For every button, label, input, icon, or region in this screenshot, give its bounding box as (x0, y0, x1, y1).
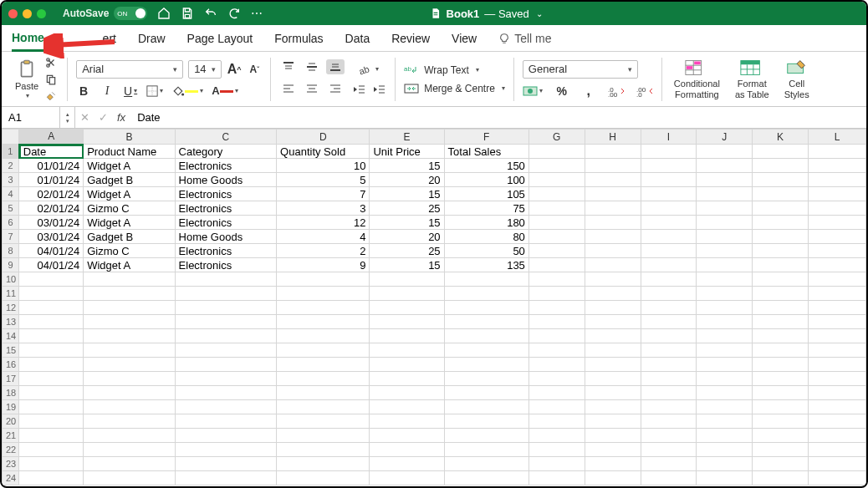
formula-cancel-button[interactable]: ✕ (75, 107, 94, 128)
cell[interactable] (528, 358, 585, 372)
cell[interactable] (84, 343, 175, 358)
cell[interactable]: 01/01/24 (19, 173, 84, 187)
cell[interactable]: 5 (277, 173, 370, 187)
cell[interactable] (528, 244, 585, 258)
cell[interactable] (697, 301, 753, 315)
cell[interactable] (175, 329, 277, 343)
cell[interactable] (809, 272, 866, 287)
cell[interactable] (809, 159, 866, 173)
cell[interactable] (175, 443, 277, 457)
cell[interactable] (697, 159, 753, 173)
cell[interactable] (809, 443, 866, 457)
fx-label[interactable]: fx (112, 111, 130, 124)
cell[interactable] (697, 216, 753, 230)
cell[interactable] (528, 230, 585, 244)
tab-data[interactable]: Data (345, 32, 370, 45)
cell[interactable] (753, 230, 809, 244)
cell[interactable]: 80 (444, 230, 528, 244)
cell[interactable] (697, 272, 753, 287)
decrease-indent-button[interactable] (351, 82, 366, 97)
row-header[interactable]: 21 (3, 429, 19, 443)
cell[interactable]: Widget A (84, 216, 175, 230)
cell[interactable] (697, 471, 753, 485)
cell[interactable]: Widget A (84, 187, 175, 201)
cell[interactable] (641, 315, 697, 329)
row-header[interactable]: 14 (3, 329, 19, 343)
increase-indent-button[interactable] (371, 82, 386, 97)
cell[interactable] (19, 287, 84, 301)
cell[interactable] (528, 187, 585, 201)
cell[interactable] (585, 230, 641, 244)
cell[interactable] (753, 343, 809, 358)
cell[interactable]: Home Goods (175, 173, 277, 187)
cell[interactable] (528, 400, 585, 414)
cell[interactable] (809, 258, 866, 272)
cell[interactable] (175, 287, 277, 301)
cell[interactable] (641, 244, 697, 258)
cell[interactable] (641, 230, 697, 244)
percent-button[interactable]: % (554, 84, 569, 99)
row-header[interactable]: 11 (3, 287, 19, 301)
cell[interactable] (585, 315, 641, 329)
cell[interactable] (641, 386, 697, 400)
cell[interactable] (277, 315, 370, 329)
cell[interactable]: 15 (370, 258, 444, 272)
cell[interactable] (809, 244, 866, 258)
cell[interactable]: Unit Price (370, 145, 444, 159)
cell[interactable] (444, 429, 528, 443)
cell[interactable]: 25 (370, 201, 444, 216)
cell[interactable]: Electronics (175, 187, 277, 201)
cell[interactable] (753, 201, 809, 216)
cell[interactable] (528, 414, 585, 429)
cell[interactable] (753, 372, 809, 386)
cell[interactable] (585, 201, 641, 216)
cell[interactable] (641, 301, 697, 315)
cell[interactable] (444, 343, 528, 358)
cell[interactable] (444, 287, 528, 301)
cell[interactable] (809, 329, 866, 343)
cell[interactable] (641, 159, 697, 173)
cell[interactable]: 10 (277, 159, 370, 173)
cell[interactable]: 12 (277, 216, 370, 230)
column-header[interactable]: B (84, 130, 175, 145)
cell[interactable] (84, 315, 175, 329)
row-header[interactable]: 17 (3, 372, 19, 386)
cell[interactable]: 3 (277, 201, 370, 216)
orientation-button[interactable]: ab▾ (351, 62, 386, 77)
column-header[interactable]: K (753, 130, 809, 145)
name-box-dropdown[interactable]: ▴▾ (60, 107, 75, 128)
cell[interactable] (585, 457, 641, 471)
cell[interactable] (641, 443, 697, 457)
cell[interactable] (528, 457, 585, 471)
cell[interactable]: 50 (444, 244, 528, 258)
column-header[interactable]: C (175, 130, 277, 145)
cell[interactable] (585, 372, 641, 386)
cell[interactable] (370, 429, 444, 443)
cell[interactable] (84, 272, 175, 287)
column-header[interactable]: J (697, 130, 753, 145)
cell[interactable] (528, 272, 585, 287)
cell[interactable]: 25 (370, 244, 444, 258)
more-icon[interactable]: ⋯ (251, 7, 263, 20)
cell[interactable] (809, 414, 866, 429)
cell[interactable] (84, 372, 175, 386)
row-header[interactable]: 4 (3, 187, 19, 201)
cell[interactable] (585, 216, 641, 230)
cell[interactable] (641, 343, 697, 358)
font-color-button[interactable]: A▾ (212, 84, 237, 99)
cell[interactable] (370, 471, 444, 485)
cell[interactable] (84, 443, 175, 457)
tab-insert[interactable]: Inert (71, 32, 116, 45)
cell[interactable] (19, 301, 84, 315)
cell[interactable]: Category (175, 145, 277, 159)
cell[interactable] (753, 173, 809, 187)
cell[interactable] (19, 429, 84, 443)
column-header[interactable]: E (370, 130, 444, 145)
cell[interactable] (809, 429, 866, 443)
cell[interactable] (19, 471, 84, 485)
close-window-dot[interactable] (8, 9, 18, 18)
cell[interactable] (370, 301, 444, 315)
cell[interactable] (528, 159, 585, 173)
cell[interactable] (697, 443, 753, 457)
cell[interactable] (444, 301, 528, 315)
